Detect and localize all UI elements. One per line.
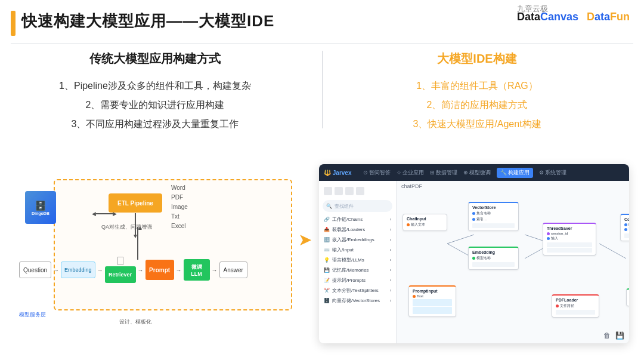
arrow-2: → — [97, 267, 103, 273]
emb-field-1: 模型名称 — [472, 256, 515, 261]
ide-screenshot: 🔱 Jarvex ⊙智问智答 ☆企业应用 ⊞数据管理 ⊕模型微调 🔧构建应用 ⚙… — [319, 164, 629, 343]
icon-box-3[interactable] — [345, 187, 354, 195]
ide-bottom-icons: 🗑 💾 — [603, 331, 624, 340]
textsplitters-icon: ✂️ — [324, 288, 330, 293]
ide-point-1: 1、丰富的组件工具（RAG） — [334, 76, 620, 96]
right-section: 大模型IDE构建 1、丰富的组件工具（RAG） 2、简洁的应用构建方式 3、快速… — [334, 51, 620, 134]
memories-icon: 💾 — [324, 267, 330, 273]
logo-jiumo: 九章云极 — [517, 4, 548, 14]
logo-jiumo-wrapper: 九章云极 DataCanvas — [517, 11, 578, 23]
design-label: 设计、模板化 — [119, 318, 151, 326]
file-types: Word PDF Image Txt Excel — [171, 183, 188, 231]
canvas-title: chatPDF — [401, 183, 422, 189]
dot-purple — [547, 232, 550, 235]
prompt-box: Prompt — [145, 260, 174, 280]
node-field-2: 索引... — [472, 217, 515, 222]
nav-item-system[interactable]: ⚙系统管理 — [539, 168, 566, 178]
llms-label: 语言模型/LLMs — [332, 257, 364, 263]
node-embedding: Embedding 模型名称 — [468, 247, 519, 270]
node-pi-title: PromptInput — [413, 289, 452, 293]
icon-box-2[interactable] — [335, 187, 343, 195]
pipeline-diagram: ETL Pipeline Word PDF Image Txt Excel ◀ … — [18, 167, 310, 340]
icon-box-4[interactable] — [356, 187, 364, 195]
trad-point-1: 1、Pipeline涉及众多的组件和工具，构建复杂 — [24, 76, 286, 96]
node-embedding-title: Embedding — [472, 250, 515, 254]
ts-field-bar2 — [547, 248, 592, 253]
menu-item-input[interactable]: ⌨️ 输入/Input › — [319, 245, 396, 255]
node-conversationchain: ConversationChain LLM 记忆 — [620, 214, 629, 241]
ide-top-icons — [319, 184, 396, 198]
nav-item-apps[interactable]: ☆企业应用 — [397, 168, 424, 178]
chains-label: 工作链/Chains — [332, 216, 363, 223]
dot-blue-1 — [472, 212, 475, 215]
pl-field-bar — [556, 310, 595, 315]
left-section: 传统大模型应用构建方式 1、Pipeline涉及众多的组件和工具，构建复杂 2、… — [24, 51, 286, 134]
ide-point-2: 2、简洁的应用构建方式 — [334, 96, 620, 115]
ide-search-bar[interactable]: 🔍 查找组件 — [323, 200, 392, 212]
llms-icon: 💡 — [324, 257, 330, 263]
ide-component-sidebar: 🔍 查找组件 🔗 工作链/Chains › 📥 装载器/Loaders › 🔢 … — [319, 181, 397, 343]
traditional-title: 传统大模型应用构建方式 — [24, 51, 286, 67]
node-vectorstore-title: VectorStore — [472, 205, 515, 210]
icon-box-1[interactable] — [324, 187, 332, 195]
node-chatinput-field: 输入文本 — [407, 222, 443, 227]
trash-icon[interactable]: 🗑 — [603, 331, 611, 340]
pl-field-1: 文件路径 — [556, 303, 595, 309]
svg-line-4 — [599, 244, 626, 259]
chains-icon: 🔗 — [324, 217, 330, 222]
ts-field-bar — [547, 242, 592, 247]
save-icon[interactable]: 💾 — [615, 331, 624, 340]
cc-field-1: LLM — [624, 223, 629, 226]
node-cc-title: ConversationChain — [624, 217, 629, 222]
logo-datafun: DataFun — [587, 11, 630, 23]
dot-blue-2 — [472, 218, 475, 221]
nav-item-build[interactable]: 🔧构建应用 — [497, 168, 533, 178]
db-etl-arrow: ◀ ▶ — [92, 211, 117, 217]
nav-item-qa[interactable]: ⊙智问智答 — [363, 168, 391, 178]
node-chatinput-title: ChatInput — [407, 217, 443, 221]
prompts-label: 提示词/Prompts — [332, 277, 366, 284]
dot-blue-3 — [547, 237, 550, 240]
dot-red — [556, 304, 559, 307]
ide-navbar: 🔱 Jarvex ⊙智问智答 ☆企业应用 ⊞数据管理 ⊕模型微调 🔧构建应用 ⚙… — [319, 164, 629, 181]
vectorstores-label: 向量存储/VectorStores — [332, 297, 380, 304]
trad-point-3: 3、不同应用构建过程涉及大量重复工作 — [24, 115, 286, 134]
menu-item-loaders[interactable]: 📥 装载器/Loaders › — [319, 224, 396, 235]
nav-item-data[interactable]: ⊞数据管理 — [430, 168, 457, 178]
dingodb-icon: 🗄️ DingoDB — [25, 191, 56, 224]
llm-box: 微调 LLM — [184, 259, 210, 281]
node-threadsaver: ThreadSaver session_id 输入 — [543, 223, 596, 256]
node-chatinput: ChatInput 输入文本 — [402, 214, 447, 231]
arrow-3: → — [138, 267, 144, 273]
traditional-points: 1、Pipeline涉及众多的组件和工具，构建复杂 2、需要专业的知识进行应用构… — [24, 76, 286, 134]
vertical-connector: ▲ — [137, 227, 138, 260]
menu-item-embeddings[interactable]: 🔢 嵌入器/Embeddings › — [319, 235, 396, 245]
textsplitters-label: 文本分割/TextSplitters — [332, 287, 379, 294]
etl-pipeline-box: ETL Pipeline — [109, 193, 162, 213]
node-vectorstore: VectorStore 集合名称 索引... — [468, 202, 519, 231]
menu-item-llms[interactable]: 💡 语言模型/LLMs › — [319, 255, 396, 265]
nav-item-model[interactable]: ⊕模型微调 — [463, 168, 491, 178]
pipeline-bottom-row: Question → Embedding → Retriever → Promp… — [19, 257, 247, 283]
ide-nav-items: ⊙智问智答 ☆企业应用 ⊞数据管理 ⊕模型微调 🔧构建应用 ⚙系统管理 — [363, 168, 624, 178]
dashed-container: ETL Pipeline Word PDF Image Txt Excel ◀ … — [54, 179, 292, 310]
node-promptinput: PromptInput Text — [408, 285, 456, 317]
etl-down-arrow: ▼ — [135, 213, 136, 237]
menu-item-chains[interactable]: 🔗 工作链/Chains › — [319, 214, 396, 224]
pi-field-bar2 — [413, 307, 452, 314]
menu-item-prompts[interactable]: 📝 提示词/Prompts › — [319, 275, 396, 285]
dot-green-1 — [472, 257, 475, 260]
svg-line-0 — [447, 235, 474, 244]
dot-blue-4 — [624, 223, 627, 226]
node-pdfloader: PDFLoader 文件路径 — [552, 294, 599, 318]
ide-points: 1、丰富的组件工具（RAG） 2、简洁的应用构建方式 3、快速大模型应用/Age… — [334, 76, 620, 134]
ide-search-text: 查找组件 — [335, 203, 354, 210]
arrow-5: → — [212, 267, 218, 273]
trad-point-2: 2、需要专业的知识进行应用构建 — [24, 96, 286, 115]
menu-item-vectorstores[interactable]: 🗄️ 向量存储/VectorStores › — [319, 296, 396, 306]
input-icon: ⌨️ — [324, 247, 330, 253]
menu-item-textsplitters[interactable]: ✂️ 文本分割/TextSplitters › — [319, 285, 396, 296]
menu-item-memories[interactable]: 💾 记忆库/Memories › — [319, 265, 396, 275]
center-divider — [322, 51, 323, 128]
page-title: 快速构建大模型应用——大模型IDE — [21, 11, 274, 32]
